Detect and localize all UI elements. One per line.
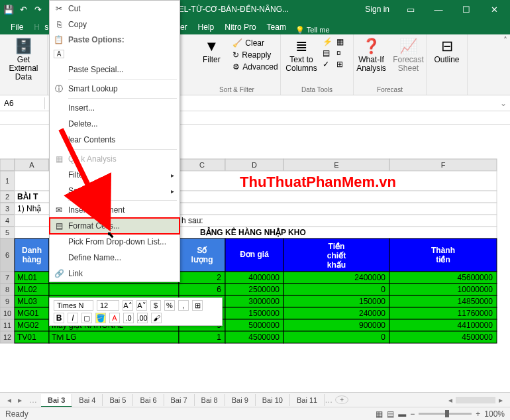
view-layout-icon[interactable]: ▤ [387,409,394,419]
forecast-sheet-button[interactable]: 📈Forecast Sheet [393,37,425,73]
ctx-quick-analysis: ▦Qu k Analysis [50,151,179,167]
view-break-icon[interactable]: ▬ [398,409,406,419]
filter-button[interactable]: ▼Filter [195,37,227,64]
sheet-tab-Bai-7[interactable]: Bai 7 [164,394,195,406]
mini-toolbar: Times N 12 A˄ A˅ $ % , ⊞ B I ▢ 🪣 A .0 .0… [49,297,223,326]
mini-percent-icon[interactable]: % [164,300,175,311]
minimize-icon[interactable]: — [425,5,452,15]
svg-text:14850000: 14850000 [458,297,493,306]
mini-inc-decimal-icon[interactable]: .00 [137,313,148,323]
data-model-icon[interactable]: ⊞ [336,60,348,69]
tab-file[interactable]: File [5,20,28,34]
flash-fill-icon[interactable]: ⚡ [323,37,334,46]
mini-italic-icon[interactable]: I [68,313,78,323]
lookup-icon: ⓘ [54,83,64,95]
svg-text:F: F [441,161,446,169]
ribbon-options-icon[interactable]: ▭ [397,5,424,15]
ctx-copy[interactable]: ⎘Copy [50,17,179,32]
status-bar: Ready ▦ ▤ ▬ − + 100% [0,407,510,420]
svg-text:4000000: 4000000 [248,273,280,282]
maximize-icon[interactable]: ☐ [453,5,480,15]
save-icon[interactable]: 💾 [3,5,15,15]
mini-font-color-icon[interactable]: A [109,313,120,323]
sheet-tab-Bai-11[interactable]: Bai 11 [290,394,325,406]
mini-border-icon[interactable]: ▢ [81,313,92,323]
tab-nitro[interactable]: Nitro Pro [219,20,261,34]
tab-help[interactable]: Help [193,20,220,34]
redo-icon[interactable]: ↷ [32,5,44,15]
sheet-tab-Bai-3[interactable]: Bai 3 [41,394,72,407]
mini-comma-icon[interactable]: , [178,300,189,311]
sheet-tab-Bai-8[interactable]: Bai 8 [195,394,225,406]
whatif-button[interactable]: ❓What-If Analysis [356,37,387,73]
hscroll-right-icon[interactable]: ▸ [495,395,506,405]
mini-currency-icon[interactable]: $ [150,300,161,311]
mini-font[interactable]: Times N [54,300,93,311]
mini-grow-icon[interactable]: A˄ [123,300,133,311]
sheet-nav-prev-icon[interactable]: ◂ [4,395,15,405]
ctx-insert-comment[interactable]: ✉Insert Comment [50,202,179,218]
ctx-delete[interactable]: Delete... [50,116,179,132]
svg-text:E: E [334,161,338,169]
mini-merge-icon[interactable]: ⊞ [192,300,203,311]
reapply-button[interactable]: ↻Reapply [232,49,278,61]
hscroll-left-icon[interactable]: ◂ [445,395,456,405]
ctx-paste-options: 📋Paste Options: [50,32,179,46]
outline-button[interactable]: ⊟Outline [431,37,463,64]
data-validation-icon[interactable]: ✓ [323,60,334,69]
svg-text:MG02: MG02 [17,321,39,330]
tab-home[interactable]: Home [28,20,39,34]
name-box[interactable]: A6 [0,97,45,109]
undo-icon[interactable]: ↶ [17,5,29,15]
formula-expand-icon[interactable]: ⌄ [497,99,510,108]
mini-format-painter-icon[interactable]: 🖌 [151,313,162,323]
svg-text:hàng: hàng [23,255,42,264]
close-icon[interactable]: ✕ [481,5,507,15]
mini-bold-icon[interactable]: B [54,313,64,323]
signin-link[interactable]: Sign in [365,5,389,14]
sheet-tab-Bai-5[interactable]: Bai 5 [103,394,133,406]
ctx-clear-contents[interactable]: lear Contents [50,132,179,148]
ctx-cut[interactable]: ✂Cut [50,1,179,17]
hscroll-track[interactable] [456,397,495,403]
mini-dec-decimal-icon[interactable]: .0 [123,313,134,323]
zoom-out-icon[interactable]: − [410,409,415,419]
consolidate-icon[interactable]: ▦ [336,37,348,46]
svg-rect-74 [49,284,179,295]
sheet-tab-Bai-6[interactable]: Bai 6 [133,394,164,406]
outline-icon: ⊟ [441,37,453,56]
text-to-columns-button[interactable]: ≣Text to Columns [285,37,317,73]
ctx-insert[interactable]: Insert... [50,100,179,116]
ctx-link[interactable]: 🔗Link [50,266,179,282]
ctx-paste-special[interactable]: Paste Special... [50,62,179,78]
mini-size[interactable]: 12 [97,300,119,311]
ctx-filter[interactable]: Filte▸ [50,167,179,183]
sheet-tab-Bai-4[interactable]: Bai 4 [72,394,103,406]
tell-me[interactable]: Tell me [295,26,330,34]
ctx-define-name[interactable]: Define Name... [50,250,179,266]
sheet-tab-Bai-9[interactable]: Bai 9 [225,394,256,406]
sheet-nav-next-icon[interactable]: ▸ [15,395,25,405]
ctx-sort[interactable]: Sort▸ [50,183,179,199]
zoom-slider[interactable] [419,413,472,415]
ctx-format-cells[interactable]: ▤Format Cells... [50,218,179,234]
zoom-level[interactable]: 100% [484,409,505,419]
svg-text:5: 5 [5,229,9,236]
advanced-button[interactable]: ⚙Advanced [232,61,278,73]
ribbon-collapse-icon[interactable]: ˄ [503,36,507,45]
new-sheet-button[interactable]: + [335,395,348,404]
mini-shrink-icon[interactable]: A˅ [136,300,147,311]
zoom-in-icon[interactable]: + [476,409,480,419]
mini-fill-icon[interactable]: 🪣 [95,313,106,323]
remove-dupes-icon[interactable]: ▤ [323,48,334,58]
clear-button[interactable]: 🧹Clear [232,37,278,49]
relationships-icon[interactable]: ¤ [336,48,348,58]
svg-text:h sau:: h sau: [181,216,203,225]
ctx-pick-list[interactable]: Pick From Drop-down List... [50,234,179,250]
sheet-tab-Bai-10[interactable]: Bai 10 [256,394,290,406]
ctx-paste-values[interactable]: A [50,46,179,62]
view-normal-icon[interactable]: ▦ [376,409,383,419]
tab-team[interactable]: Team [262,20,291,34]
get-external-data-button[interactable]: 🗄️ Get External Data [8,37,40,82]
ctx-smart-lookup[interactable]: ⓘSmart Lookup [50,81,179,97]
